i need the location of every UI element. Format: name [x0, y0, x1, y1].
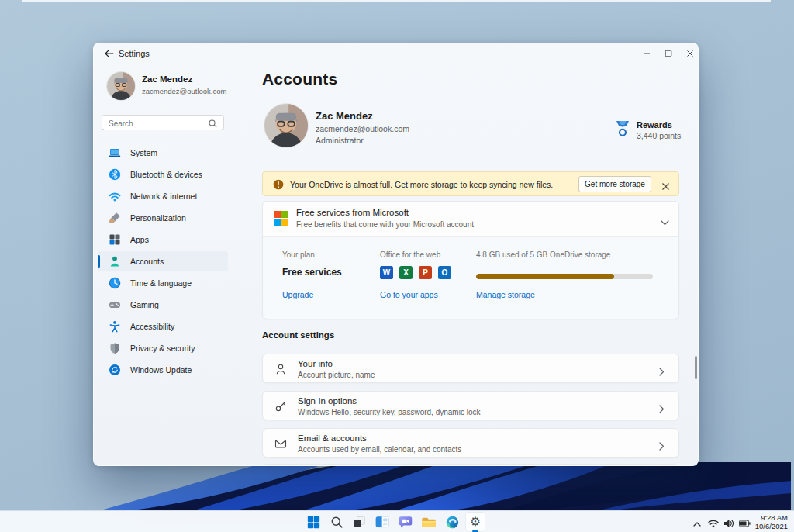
rewards-label[interactable]: Rewards: [637, 120, 672, 130]
profile-email: zacmendez@outlook.com: [316, 124, 409, 133]
chevron-down-icon[interactable]: [661, 215, 669, 229]
chat-icon[interactable]: [396, 513, 415, 531]
outlook-icon[interactable]: O: [438, 266, 451, 279]
row-subtitle: Account picture, name: [298, 371, 375, 379]
tray-volume-icon[interactable]: [723, 517, 734, 531]
laptop-icon: [109, 147, 121, 159]
brush-icon: [109, 212, 121, 224]
word-icon[interactable]: W: [380, 266, 393, 279]
apps-grid-icon: [109, 233, 121, 246]
profile-avatar[interactable]: [264, 104, 308, 147]
manage-storage-link[interactable]: Manage storage: [476, 290, 535, 299]
taskbar-search-icon[interactable]: [327, 513, 346, 531]
tray-clock[interactable]: 9:28 AM 10/6/2021: [755, 513, 788, 530]
bloom-wallpaper: [101, 462, 791, 510]
warning-icon: [273, 179, 284, 193]
sidebar-avatar[interactable]: [107, 72, 135, 100]
person-icon: [109, 255, 121, 268]
row-subtitle: Accounts used by email, calendar, and co…: [298, 445, 461, 454]
sidebar-item-accessibility[interactable]: Accessibility: [98, 316, 228, 337]
banner-message: Your OneDrive is almost full. Get more s…: [290, 180, 553, 189]
onedrive-banner: Your OneDrive is almost full. Get more s…: [262, 171, 679, 196]
free-services-header[interactable]: Free services from Microsoft Free benefi…: [263, 202, 678, 236]
sidebar-item-network[interactable]: Network & internet: [98, 186, 228, 206]
your-plan-label: Your plan: [282, 250, 315, 259]
row-subtitle: Windows Hello, security key, password, d…: [298, 408, 480, 416]
person-outline-icon: [274, 362, 288, 379]
sidebar-item-bluetooth[interactable]: Bluetooth & devices: [98, 164, 228, 185]
settings-window: Settings Zac Mendez zacmendez@outlo: [93, 43, 699, 466]
sidebar-item-label: Windows Update: [130, 365, 192, 375]
clock-date: 10/6/2021: [755, 522, 788, 530]
sidebar-item-time-language[interactable]: Time & language: [98, 273, 228, 293]
edge-icon[interactable]: [443, 513, 461, 531]
sidebar-user-email: zacmendez@outlook.com: [142, 87, 226, 95]
plan-name: Free services: [282, 267, 342, 278]
email-accounts-row[interactable]: Email & accounts Accounts used by email,…: [262, 428, 679, 458]
sidebar-item-privacy[interactable]: Privacy & security: [98, 338, 228, 358]
key-icon: [274, 399, 288, 416]
excel-icon[interactable]: X: [399, 266, 413, 279]
sidebar-item-label: Personalization: [130, 213, 186, 223]
search-box[interactable]: [102, 115, 224, 130]
tray-battery-icon[interactable]: [739, 517, 751, 531]
start-button-icon[interactable]: [304, 513, 323, 531]
free-services-title: Free services from Microsoft: [296, 208, 409, 217]
shield-icon: [109, 342, 121, 354]
sidebar-item-label: System: [130, 148, 157, 157]
search-icon: [208, 118, 218, 132]
sign-in-options-row[interactable]: Sign-in options Windows Hello, security …: [262, 391, 679, 420]
go-to-apps-link[interactable]: Go to your apps: [380, 290, 438, 299]
page-title: Accounts: [262, 70, 337, 88]
storage-progress-bar: [476, 274, 653, 279]
microsoft-logo-icon: [274, 211, 288, 229]
settings-taskbar-icon[interactable]: ⚙: [466, 513, 485, 531]
get-more-storage-button[interactable]: Get more storage: [578, 176, 651, 192]
sidebar-item-label: Network & internet: [130, 192, 197, 201]
sidebar-item-label: Privacy & security: [130, 344, 195, 353]
row-title: Email & accounts: [298, 434, 367, 443]
mail-icon: [274, 437, 288, 454]
sidebar-item-label: Time & language: [130, 278, 192, 288]
widgets-icon[interactable]: [373, 513, 392, 531]
clock-time: 9:28 AM: [761, 513, 788, 522]
rewards-icon: [615, 120, 630, 140]
sidebar-item-windows-update[interactable]: Windows Update: [98, 360, 228, 380]
tray-wifi-icon[interactable]: [708, 517, 719, 531]
update-icon: [109, 364, 121, 376]
main-content: Accounts Zac Mendez zacmendez@outlook.co…: [249, 43, 699, 465]
tray-chevron-up-icon[interactable]: [692, 517, 702, 531]
wifi-icon: [109, 190, 121, 202]
selected-accent-pill: [98, 255, 100, 268]
chevron-right-icon: [659, 402, 665, 416]
next-row-partial: [262, 464, 679, 466]
clock-icon: [109, 277, 121, 289]
row-title: Your info: [298, 359, 333, 368]
sidebar-item-gaming[interactable]: Gaming: [98, 295, 228, 315]
chevron-right-icon: [659, 440, 665, 454]
office-web-label: Office for the web: [380, 250, 440, 259]
sidebar-item-personalization[interactable]: Personalization: [98, 208, 228, 228]
row-title: Sign-in options: [298, 396, 357, 406]
search-input[interactable]: [102, 117, 202, 131]
account-settings-header: Account settings: [262, 330, 334, 340]
sidebar-item-apps[interactable]: Apps: [98, 230, 228, 250]
sidebar-item-system[interactable]: System: [98, 143, 228, 163]
task-view-icon[interactable]: [350, 513, 368, 531]
office-apps-row: W X P O: [380, 266, 451, 279]
powerpoint-icon[interactable]: P: [419, 266, 432, 279]
sidebar-item-label: Bluetooth & devices: [130, 170, 202, 179]
your-info-row[interactable]: Your info Account picture, name: [262, 354, 679, 383]
sidebar-item-label: Accessibility: [130, 322, 174, 331]
gamepad-icon: [109, 299, 121, 311]
banner-close-icon[interactable]: [661, 180, 670, 194]
sidebar-item-accounts[interactable]: Accounts: [98, 251, 228, 271]
file-explorer-icon[interactable]: [419, 513, 438, 531]
free-services-card: Free services from Microsoft Free benefi…: [262, 201, 679, 319]
sidebar: Zac Mendez zacmendez@outlook.com System …: [94, 43, 249, 465]
upgrade-link[interactable]: Upgrade: [282, 290, 313, 299]
background-window-edge: [22, 0, 771, 2]
gear-icon: ⚙: [470, 516, 481, 528]
scrollbar-thumb[interactable]: [695, 356, 697, 379]
storage-progress-fill: [476, 274, 614, 279]
